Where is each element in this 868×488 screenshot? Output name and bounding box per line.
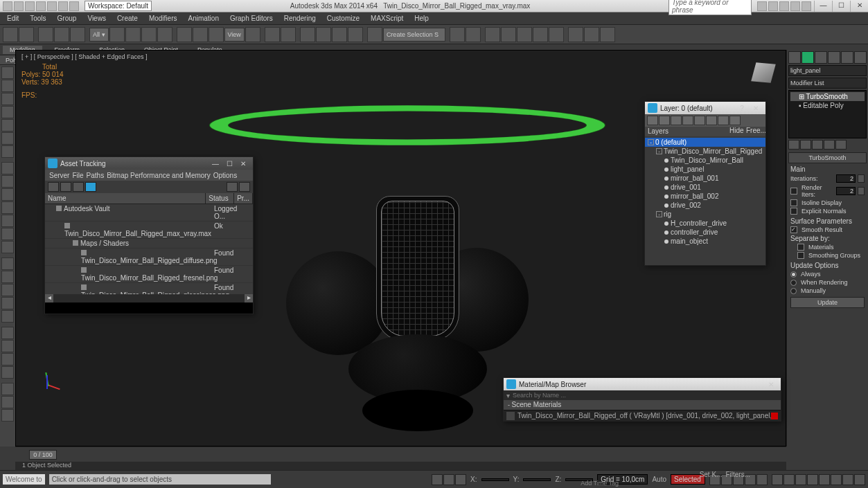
- col-proxy[interactable]: Pr...: [234, 193, 253, 204]
- motion-panel-icon[interactable]: [828, 51, 840, 64]
- modifier-editable-poly[interactable]: ▪ Editable Poly: [790, 101, 865, 110]
- rectangle-region-icon[interactable]: [141, 27, 157, 42]
- pin-stack-icon[interactable]: [788, 140, 799, 150]
- menu-customize[interactable]: Customize: [323, 13, 364, 24]
- render-setup-icon[interactable]: [568, 27, 583, 42]
- menu-options[interactable]: Options: [213, 172, 237, 179]
- menu-views[interactable]: Views: [83, 13, 110, 24]
- unlink-icon[interactable]: [54, 27, 69, 42]
- explicit-normals-checkbox[interactable]: [790, 208, 797, 215]
- light-icon[interactable]: [1, 257, 14, 270]
- ref-coord-dropdown[interactable]: View: [224, 28, 245, 42]
- container-close-icon[interactable]: [1, 119, 14, 132]
- layer-row[interactable]: -Twin_Disco_Mirror_Ball_Rigged: [645, 147, 765, 156]
- smooth-result-checkbox[interactable]: [790, 226, 797, 233]
- render-frame-window-icon[interactable]: [584, 27, 599, 42]
- asset-row[interactable]: Maps / Shaders: [45, 239, 253, 248]
- material-color-swatch[interactable]: [771, 413, 778, 419]
- modifier-list-dropdown[interactable]: Modifier List: [788, 78, 867, 89]
- create-panel-icon[interactable]: [788, 51, 801, 64]
- move-icon[interactable]: [177, 27, 192, 42]
- container-open-icon[interactable]: [1, 80, 14, 92]
- tool-b-icon[interactable]: [239, 182, 250, 192]
- close-icon[interactable]: ✕: [236, 160, 250, 168]
- view-cube[interactable]: [749, 58, 778, 87]
- configure-sets-icon[interactable]: [835, 140, 847, 150]
- container-edit-icon[interactable]: [1, 106, 14, 118]
- subobject-face-icon[interactable]: [1, 228, 14, 240]
- expand-icon[interactable]: -: [656, 211, 662, 217]
- graphite-ribbon-icon[interactable]: [501, 27, 516, 42]
- percent-snap-icon[interactable]: [332, 27, 347, 42]
- menu-maxscript[interactable]: MAXScript: [366, 13, 407, 24]
- isoline-checkbox[interactable]: [790, 199, 797, 206]
- add-to-layer-icon[interactable]: [671, 116, 682, 125]
- rollout-turbosmooth-header[interactable]: TurboSmooth: [788, 152, 867, 163]
- pivot-icon[interactable]: [245, 27, 260, 42]
- window-crossing-icon[interactable]: [157, 27, 172, 42]
- project-icon[interactable]: [69, 1, 79, 11]
- menu-bitmap-perf[interactable]: Bitmap Performance and Memory: [107, 172, 211, 179]
- align-icon[interactable]: [466, 27, 481, 42]
- schematic-view-icon[interactable]: [533, 27, 548, 42]
- asset-row[interactable]: Twin_Disco_Mirror_Ball_Rigged_glossiness…: [45, 283, 253, 294]
- bind-spacewarp-icon[interactable]: [70, 27, 85, 42]
- set-key-button[interactable]: Set K...: [700, 471, 723, 478]
- update-always-radio[interactable]: [790, 271, 797, 278]
- lock-selection-icon[interactable]: [432, 474, 443, 485]
- smoothing-groups-checkbox[interactable]: [797, 252, 804, 259]
- menu-modifiers[interactable]: Modifiers: [145, 13, 181, 24]
- render-iters-checkbox[interactable]: [790, 188, 797, 195]
- menu-server[interactable]: Server: [49, 172, 69, 179]
- layers-icon[interactable]: [485, 27, 500, 42]
- subobject-vertex-icon[interactable]: [1, 201, 14, 214]
- layer-row[interactable]: controller_drive: [645, 228, 765, 237]
- y-field[interactable]: [523, 478, 551, 481]
- menu-group[interactable]: Group: [53, 13, 81, 24]
- curve-editor-icon[interactable]: [517, 27, 532, 42]
- fov-icon[interactable]: [807, 474, 818, 485]
- named-selection-set-dropdown[interactable]: Create Selection S: [383, 28, 445, 42]
- select-object-icon[interactable]: [109, 27, 125, 42]
- snap-3d-icon[interactable]: [300, 27, 315, 42]
- container-inherit-icon[interactable]: [1, 93, 14, 105]
- remove-modifier-icon[interactable]: [824, 140, 835, 150]
- layer-row[interactable]: mirror_ball_002: [645, 192, 765, 201]
- update-manually-radio[interactable]: [790, 288, 797, 294]
- paint-icon[interactable]: [1, 396, 14, 408]
- exchange-icon[interactable]: [779, 1, 789, 11]
- menu-file[interactable]: File: [72, 172, 83, 179]
- key-filters-button[interactable]: Filters...: [725, 471, 750, 478]
- save-icon[interactable]: [36, 1, 46, 11]
- close-icon[interactable]: ✕: [749, 105, 763, 112]
- layer-row[interactable]: drive_002: [645, 201, 765, 210]
- minimize-icon[interactable]: —: [209, 160, 222, 168]
- iterations-spinner[interactable]: 2: [836, 174, 856, 183]
- select-highlight-icon[interactable]: [682, 116, 693, 125]
- attach-icon[interactable]: [1, 241, 14, 253]
- refresh-icon[interactable]: [48, 182, 59, 192]
- new-icon[interactable]: [14, 1, 24, 11]
- menu-graph-editors[interactable]: Graph Editors: [226, 13, 277, 24]
- col-hide[interactable]: Hide: [729, 127, 746, 136]
- render-production-icon[interactable]: [600, 27, 615, 42]
- snap-icon[interactable]: [1, 188, 14, 201]
- deform-icon[interactable]: [1, 409, 14, 422]
- menu-tools[interactable]: Tools: [26, 13, 50, 24]
- selected-ring-object[interactable]: [210, 63, 605, 188]
- app-menu-icon[interactable]: [3, 1, 12, 11]
- hide-layer-icon[interactable]: [706, 116, 717, 125]
- asset-row[interactable]: Autodesk VaultLogged O...: [45, 204, 253, 222]
- edit-selection-set-icon[interactable]: [367, 27, 382, 42]
- x-field[interactable]: [481, 478, 509, 481]
- pan-icon[interactable]: [772, 474, 783, 485]
- subobject-edge-icon[interactable]: [1, 215, 14, 227]
- layer-row[interactable]: -0 (default): [645, 138, 765, 147]
- new-layer-icon[interactable]: [647, 116, 658, 125]
- zoom-extents-icon[interactable]: [795, 474, 806, 485]
- undo-icon[interactable]: [47, 1, 57, 11]
- utilities-panel-icon[interactable]: [854, 51, 867, 64]
- container-override-icon[interactable]: [1, 145, 14, 158]
- status-icon[interactable]: [60, 182, 71, 192]
- close-button[interactable]: ✕: [850, 1, 868, 12]
